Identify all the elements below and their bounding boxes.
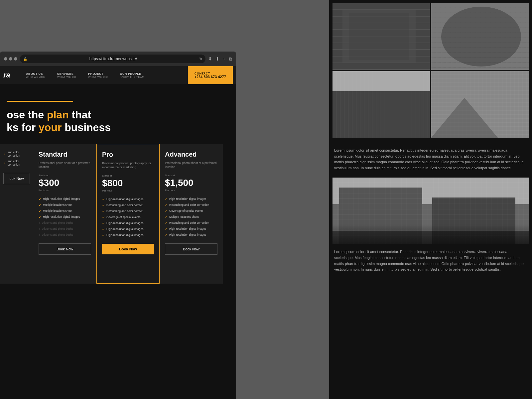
browser-actions: ⬇ ⬆ + ⧉ [208, 56, 232, 62]
nav-contact-label: CONTACT [195, 72, 226, 75]
partial-book-button[interactable]: ook Now [3, 173, 30, 184]
nav-item-services[interactable]: SERVICES WHAT WE DO [51, 66, 82, 84]
nav-project-bottom: WHAT WE DID [88, 75, 108, 78]
standard-features: ✓ High-resolution digital images ✓ Multi… [39, 197, 91, 237]
nav-contact[interactable]: CONTACT +234 803 673 4277 [188, 66, 233, 84]
heading-line-1: ose the plan that [7, 108, 229, 121]
standard-feature-1: ✓ High-resolution digital images [39, 197, 91, 201]
heading-plan-highlight: plan [47, 109, 69, 121]
check-icon-disabled: ○ [39, 233, 41, 237]
advanced-feature-5: ✓ Retouching and color correction [165, 221, 217, 225]
check-icon: ✓ [165, 227, 168, 231]
pro-plan-desc: Professional product photography for e-c… [102, 161, 154, 170]
pro-book-button[interactable]: Book Now [102, 244, 154, 254]
pro-feature-4: ✓ Coverage of special events [102, 215, 154, 219]
standard-plan-name: Standard [39, 151, 91, 158]
heading-text: ose the plan that ks for your business [7, 108, 229, 134]
advanced-starts-at: Starts at [165, 174, 217, 177]
check-icon: ✓ [165, 197, 168, 201]
heading-decoration-line [7, 101, 73, 102]
heading-line-2: ks for your business [7, 121, 229, 134]
check-icon: ✓ [3, 161, 6, 165]
window-dot-1 [4, 57, 7, 61]
heading-text-business: business [62, 121, 111, 133]
share-icon[interactable]: ⬆ [215, 56, 219, 62]
standard-per-hour: Per hour [39, 189, 91, 192]
pricing-section: ✓ and color correction ✓ and color corre… [0, 144, 236, 284]
svg-rect-12 [332, 71, 430, 138]
nav-contact-phone: +234 803 673 4277 [195, 75, 226, 79]
pro-feature-1: ✓ High-resolution digital images [102, 198, 154, 201]
nav-people-top: OUR PEOPLE [120, 72, 144, 75]
heading-your-highlight: your [39, 121, 62, 133]
nav-about-bottom: WHO WE ARE [26, 75, 45, 78]
standard-feature-2: ✓ Multiple locations shoot [39, 203, 91, 207]
pricing-card-partial-left: ✓ and color correction ✓ and color corre… [0, 144, 33, 284]
svg-rect-26 [332, 231, 529, 244]
advanced-book-button[interactable]: Book Now [165, 243, 217, 255]
heading-section: ose the plan that ks for your business [0, 94, 236, 144]
site-logo[interactable]: ra [3, 71, 13, 79]
lock-icon: 🔒 [23, 57, 27, 61]
pro-features: ✓ High-resolution digital images ✓ Retou… [102, 198, 154, 237]
pricing-card-advanced: Advanced Professional photo shoot at a p… [160, 144, 223, 284]
tabs-icon[interactable]: ⧉ [229, 56, 232, 62]
pro-per-hour: Per hour [102, 189, 154, 192]
check-icon: ✓ [102, 203, 105, 207]
right-panel: Lorem ipsum dolor sit amet consectetur. … [329, 0, 532, 399]
url-text: https://citra.framer.website/ [29, 57, 198, 61]
pro-price: $800 [102, 178, 154, 189]
standard-feature-3: ✓ Multiple locations shoot [39, 209, 91, 213]
pro-starts-at: Starts at [102, 174, 154, 177]
check-icon: ✓ [102, 227, 105, 231]
advanced-feature-1: ✓ High-resolution digital images [165, 197, 217, 201]
browser-chrome: 🔒 https://citra.framer.website/ ↻ ⬇ ⬆ + … [0, 52, 236, 66]
pricing-card-pro: Pro Professional product photography for… [96, 144, 160, 284]
url-bar[interactable]: 🔒 https://citra.framer.website/ ↻ [20, 55, 205, 63]
nav-item-project[interactable]: PROJECT WHAT WE DID [82, 66, 114, 84]
check-icon-disabled: ○ [39, 227, 41, 231]
check-icon-disabled: ○ [39, 221, 41, 225]
window-dot-3 [14, 57, 17, 61]
advanced-feature-6: ✓ High-resolution digital images [165, 227, 217, 231]
svg-point-8 [441, 7, 521, 66]
building-photo-1 [332, 3, 430, 70]
heading-text-before: ose the [7, 109, 47, 121]
nav-about-top: ABOUT US [26, 72, 45, 75]
partial-feature-1: ✓ and color correction [3, 151, 30, 157]
standard-book-button[interactable]: Book Now [39, 243, 91, 255]
nav-services-bottom: WHAT WE DO [57, 75, 76, 78]
site-content: ose the plan that ks for your business ✓… [0, 84, 236, 399]
advanced-price: $1,500 [165, 178, 217, 188]
lorem-text-2: Lorem ipsum dolor sit amet consectetur. … [329, 244, 532, 277]
check-icon: ✓ [102, 221, 105, 225]
check-icon: ✓ [39, 203, 41, 207]
check-icon: ✓ [102, 233, 105, 237]
pro-feature-2: ✓ Retouching and color correct [102, 203, 154, 207]
nav-project-top: PROJECT [88, 72, 108, 75]
reload-icon[interactable]: ↻ [199, 57, 202, 61]
pro-plan-name: Pro [102, 151, 154, 159]
new-tab-icon[interactable]: + [223, 56, 225, 62]
nav-item-people[interactable]: OUR PEOPLE KNOW THE TEAM [114, 66, 150, 84]
check-icon: ✓ [165, 233, 168, 237]
pro-feature-6: ✓ High-resolution digital images [102, 227, 154, 231]
partial-feature-2: ✓ and color correction [3, 160, 30, 166]
check-icon: ✓ [39, 197, 41, 201]
advanced-feature-3: ✓ Coverage of special events [165, 209, 217, 213]
check-icon: ✓ [39, 209, 41, 213]
advanced-features: ✓ High-resolution digital images ✓ Retou… [165, 197, 217, 237]
pro-feature-3: ✓ Retouching and color correct [102, 209, 154, 213]
photo-grid [329, 0, 532, 141]
download-icon[interactable]: ⬇ [208, 56, 212, 62]
standard-feature-7: ○ Albums and photo books [39, 233, 91, 237]
check-icon: ✓ [39, 215, 41, 219]
nav-item-about[interactable]: ABOUT US WHO WE ARE [20, 66, 51, 84]
advanced-feature-4: ✓ Multiple locations shoot [165, 215, 217, 219]
window-dot-2 [9, 57, 12, 61]
standard-price: $300 [39, 178, 91, 188]
pro-feature-5: ✓ High-resolution digital images [102, 221, 154, 225]
heading-text-works: ks for [7, 121, 39, 133]
advanced-plan-desc: Professional photo shoot at a preferred … [165, 161, 217, 169]
svg-rect-4 [349, 13, 409, 60]
